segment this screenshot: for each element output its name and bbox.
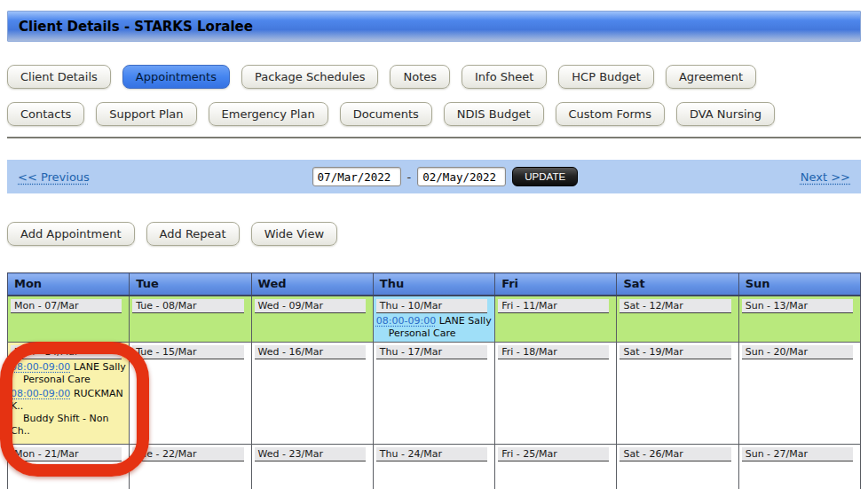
cell-date-label: Fri - 18/Mar (498, 345, 609, 359)
tab-documents[interactable]: Documents (340, 102, 432, 126)
tab-custom-forms[interactable]: Custom Forms (556, 102, 665, 126)
day-header-wed: Wed (251, 273, 373, 296)
cell-date-label: Mon - 14/Mar (11, 345, 122, 359)
cell-date-label: Thu - 17/Mar (376, 345, 487, 359)
calendar-cell: Mon - 14/Mar08:00-09:00 LANE SallyPerson… (8, 343, 130, 445)
day-header-thu: Thu (373, 273, 494, 296)
cell-date-label: Fri - 11/Mar (498, 299, 609, 313)
date-navigation-bar: << Previous - UPDATE Next >> (7, 160, 861, 193)
appointment-service: Personal Care (376, 327, 493, 340)
cell-date-label: Fri - 25/Mar (498, 447, 609, 461)
add-repeat-button[interactable]: Add Repeat (146, 222, 240, 246)
date-range-separator: - (407, 170, 412, 184)
appointment-entry: 08:00-09:00 LANE SallyPersonal Care (8, 359, 129, 386)
calendar-cell: Tue - 08/Mar (130, 296, 251, 343)
cell-date-label: Thu - 24/Mar (376, 447, 487, 461)
tab-row-primary: Client DetailsAppointmentsPackage Schedu… (7, 65, 861, 89)
page-title: Client Details - STARKS Loralee (7, 11, 861, 42)
cell-date-label: Mon - 21/Mar (11, 447, 122, 461)
day-header-sat: Sat (617, 273, 738, 296)
calendar-week-row: Mon - 14/Mar08:00-09:00 LANE SallyPerson… (8, 343, 861, 445)
previous-link[interactable]: << Previous (18, 170, 90, 184)
appointment-service: Buddy Shift - Non Ch.. (11, 413, 127, 438)
calendar-cell: Mon - 07/Mar (8, 296, 130, 343)
tab-ndis-budget[interactable]: NDIS Budget (444, 102, 544, 126)
calendar-cell: Sun - 13/Mar (738, 296, 860, 343)
appointment-time-link[interactable]: 08:00-09:00 (11, 388, 70, 399)
day-header-fri: Fri (495, 273, 617, 296)
calendar-week-row: Mon - 21/MarTue - 22/MarWed - 23/MarThu … (8, 445, 861, 489)
calendar-cell: Sun - 27/Mar (738, 445, 860, 489)
calendar-cell: Tue - 15/Mar (130, 343, 251, 445)
cell-date-label: Wed - 09/Mar (255, 299, 366, 313)
cell-date-label: Tue - 08/Mar (132, 299, 243, 313)
cell-date-label: Tue - 22/Mar (132, 447, 243, 461)
calendar-week-row: Mon - 07/MarTue - 08/MarWed - 09/MarThu … (8, 296, 861, 343)
update-button[interactable]: UPDATE (512, 167, 578, 186)
tab-support-plan[interactable]: Support Plan (96, 102, 196, 126)
calendar-cell: Sun - 20/Mar (738, 343, 860, 445)
appointments-calendar: MonTueWedThuFriSatSun Mon - 07/MarTue - … (7, 272, 861, 489)
appointment-time-link[interactable]: 08:00-09:00 (11, 361, 70, 373)
tab-contacts[interactable]: Contacts (7, 102, 84, 126)
client-details-page: Client Details - STARKS Loralee Client D… (0, 11, 868, 489)
day-header-sun: Sun (738, 273, 860, 296)
day-header-tue: Tue (130, 273, 251, 296)
cell-date-label: Wed - 16/Mar (255, 345, 366, 359)
date-range-controls: - UPDATE (312, 167, 579, 186)
next-link[interactable]: Next >> (801, 170, 850, 184)
cell-date-label: Sun - 20/Mar (742, 345, 853, 359)
cell-date-label: Sat - 12/Mar (619, 299, 730, 313)
calendar-cell: Wed - 16/Mar (251, 343, 373, 445)
tab-dva-nursing[interactable]: DVA Nursing (676, 102, 775, 126)
appointment-service: Personal Care (11, 374, 127, 386)
appointment-time-link[interactable]: 08:00-09:00 (376, 315, 436, 327)
tab-agreement[interactable]: Agreement (666, 65, 756, 89)
cell-date-label: Wed - 23/Mar (255, 447, 366, 461)
tab-notes[interactable]: Notes (390, 65, 450, 89)
calendar-cell: Wed - 09/Mar (251, 296, 373, 343)
tab-client-details[interactable]: Client Details (7, 65, 111, 89)
calendar-cell: Thu - 10/Mar08:00-09:00 LANE SallyPerson… (373, 296, 494, 343)
tab-appointments[interactable]: Appointments (122, 65, 230, 89)
add-appointment-button[interactable]: Add Appointment (7, 222, 135, 246)
calendar-cell: Sat - 12/Mar (617, 296, 738, 343)
cell-date-label: Tue - 15/Mar (132, 345, 243, 359)
tab-emergency-plan[interactable]: Emergency Plan (209, 102, 328, 126)
day-header-mon: Mon (8, 273, 130, 296)
calendar-cell: Fri - 25/Mar (495, 445, 617, 489)
tab-row-secondary: ContactsSupport PlanEmergency PlanDocume… (7, 102, 861, 126)
calendar-cell: Fri - 18/Mar (495, 343, 617, 445)
cell-date-label: Thu - 10/Mar (376, 299, 487, 313)
appointment-worker: LANE Sally (439, 315, 492, 327)
calendar-cell: Tue - 22/Mar (130, 445, 251, 489)
appointment-worker: LANE Sally (74, 361, 126, 373)
cell-date-label: Mon - 07/Mar (11, 299, 122, 313)
wide-view-button[interactable]: Wide View (251, 222, 337, 246)
calendar-cell: Sat - 19/Mar (617, 343, 738, 445)
calendar-cell: Fri - 11/Mar (495, 296, 617, 343)
appointment-actions: Add Appointment Add Repeat Wide View (7, 222, 861, 246)
calendar-cell: Thu - 24/Mar (373, 445, 494, 489)
to-date-input[interactable] (417, 167, 506, 186)
cell-date-label: Sun - 13/Mar (742, 299, 853, 313)
cell-date-label: Sun - 27/Mar (742, 447, 853, 461)
appointment-entry: 08:00-09:00 LANE SallyPersonal Care (374, 313, 494, 340)
cell-date-label: Sat - 19/Mar (619, 345, 730, 359)
tab-hcp-budget[interactable]: HCP Budget (558, 65, 654, 89)
appointment-entry: 08:00-09:00 RUCKMAN K..Buddy Shift - Non… (8, 386, 129, 438)
tab-package-schedules[interactable]: Package Schedules (241, 65, 379, 89)
tab-info-sheet[interactable]: Info Sheet (462, 65, 547, 89)
calendar-cell: Sat - 26/Mar (617, 445, 738, 489)
divider (7, 137, 861, 138)
from-date-input[interactable] (312, 167, 401, 186)
calendar-cell: Wed - 23/Mar (251, 445, 373, 489)
calendar-cell: Thu - 17/Mar (373, 343, 494, 445)
calendar-cell: Mon - 21/Mar (8, 445, 130, 489)
cell-date-label: Sat - 26/Mar (619, 447, 730, 461)
